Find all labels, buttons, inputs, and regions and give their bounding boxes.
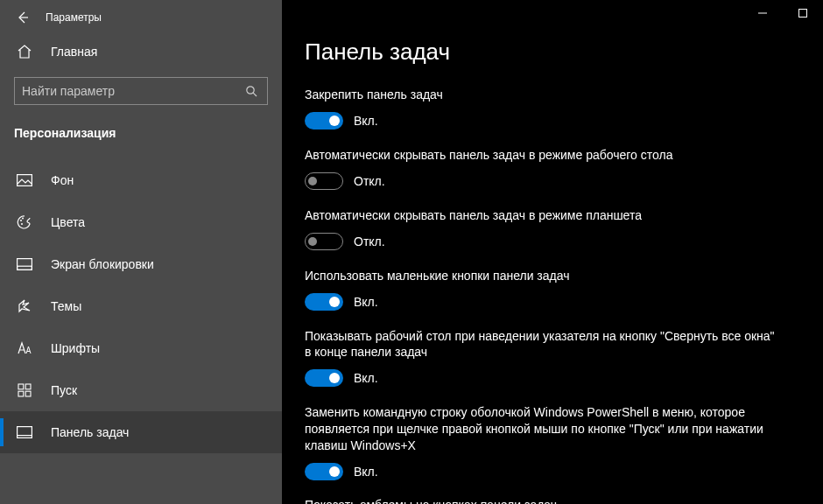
toggle-lock-taskbar[interactable]: [305, 112, 343, 130]
toggle-autohide-desktop[interactable]: [305, 172, 343, 190]
page-title: Панель задач: [305, 38, 800, 66]
setting-label: Автоматически скрывать панель задач в ре…: [305, 147, 777, 164]
sidebar-item-background[interactable]: Фон: [0, 159, 282, 201]
toggle-state: Вкл.: [354, 465, 378, 479]
sidebar-item-lockscreen[interactable]: Экран блокировки: [0, 243, 282, 285]
sidebar-item-label: Экран блокировки: [51, 257, 154, 271]
toggle-state: Вкл.: [354, 114, 378, 128]
sidebar-item-label: Цвета: [51, 215, 85, 229]
toggle-powershell[interactable]: [305, 463, 343, 480]
setting-label: Закрепить панель задач: [305, 87, 777, 103]
sidebar-item-fonts[interactable]: Шрифты: [0, 327, 282, 369]
svg-rect-10: [25, 384, 31, 389]
toggle-state: Вкл.: [354, 371, 378, 385]
toggle-state: Вкл.: [354, 295, 378, 309]
svg-rect-3: [18, 175, 32, 186]
fonts-icon: [17, 341, 32, 355]
minimize-button[interactable]: [742, 0, 783, 26]
back-button[interactable]: [11, 5, 35, 30]
svg-point-1: [247, 87, 254, 94]
toggle-state: Откл.: [354, 174, 385, 188]
svg-point-4: [20, 220, 22, 221]
themes-icon: [17, 298, 32, 314]
setting-label: Показывать рабочий стол при наведении ук…: [305, 328, 777, 361]
toggle-autohide-tablet[interactable]: [305, 233, 343, 250]
setting-lock-taskbar: Закрепить панель задач Вкл.: [305, 87, 800, 130]
taskbar-icon: [17, 426, 32, 438]
svg-rect-16: [799, 10, 807, 18]
maximize-button[interactable]: [783, 0, 823, 26]
sidebar-item-label: Панель задач: [51, 425, 129, 439]
search-box[interactable]: [14, 77, 268, 105]
sidebar-item-label: Фон: [51, 173, 74, 187]
sidebar: Параметры Главная Персонализация Фон Цве…: [0, 0, 282, 504]
toggle-small-buttons[interactable]: [305, 293, 343, 311]
sidebar-item-taskbar[interactable]: Панель задач: [0, 411, 282, 453]
setting-peek-desktop: Показывать рабочий стол при наведении ук…: [305, 328, 800, 388]
content-pane: Панель задач Закрепить панель задач Вкл.…: [282, 0, 823, 504]
toggle-peek-desktop[interactable]: [305, 369, 343, 387]
svg-rect-12: [25, 391, 31, 396]
titlebar: Параметры: [0, 0, 282, 35]
setting-powershell: Заменить командную строку оболочкой Wind…: [305, 404, 800, 480]
window-controls: [742, 0, 823, 26]
svg-rect-7: [18, 259, 32, 270]
setting-label: Автоматически скрывать панель задач в ре…: [305, 207, 777, 224]
window-title: Параметры: [46, 11, 102, 24]
search-input[interactable]: [22, 84, 243, 98]
palette-icon: [17, 214, 32, 230]
setting-label: Заменить командную строку оболочкой Wind…: [305, 404, 777, 454]
nav-list: Фон Цвета Экран блокировки Темы Шрифты П…: [0, 159, 282, 453]
arrow-left-icon: [16, 10, 30, 24]
setting-autohide-tablet: Автоматически скрывать панель задач в ре…: [305, 207, 800, 250]
svg-point-5: [22, 218, 24, 220]
svg-rect-13: [18, 427, 32, 438]
svg-rect-9: [18, 384, 24, 389]
home-label: Главная: [51, 45, 97, 59]
section-label: Персонализация: [0, 105, 282, 147]
setting-small-buttons: Использовать маленькие кнопки панели зад…: [305, 268, 800, 311]
svg-point-6: [21, 223, 23, 225]
sidebar-item-colors[interactable]: Цвета: [0, 201, 282, 243]
minimize-icon: [758, 9, 767, 18]
svg-rect-8: [18, 266, 32, 270]
setting-label: Использовать маленькие кнопки панели зад…: [305, 268, 777, 284]
search-icon: [243, 85, 260, 97]
sidebar-item-label: Темы: [51, 299, 81, 313]
picture-icon: [17, 174, 32, 186]
lockscreen-icon: [17, 258, 32, 270]
home-icon: [17, 44, 32, 60]
svg-rect-11: [18, 391, 24, 396]
setting-badges-label: Показать эмблемы на кнопках панели задач: [305, 498, 777, 504]
sidebar-item-themes[interactable]: Темы: [0, 285, 282, 327]
toggle-state: Откл.: [354, 234, 385, 248]
sidebar-item-label: Пуск: [51, 383, 77, 397]
maximize-icon: [798, 9, 807, 18]
start-icon: [18, 383, 32, 397]
sidebar-item-start[interactable]: Пуск: [0, 369, 282, 411]
home-nav[interactable]: Главная: [0, 35, 282, 68]
setting-autohide-desktop: Автоматически скрывать панель задач в ре…: [305, 147, 800, 190]
sidebar-item-label: Шрифты: [51, 341, 100, 355]
svg-line-2: [253, 93, 257, 96]
